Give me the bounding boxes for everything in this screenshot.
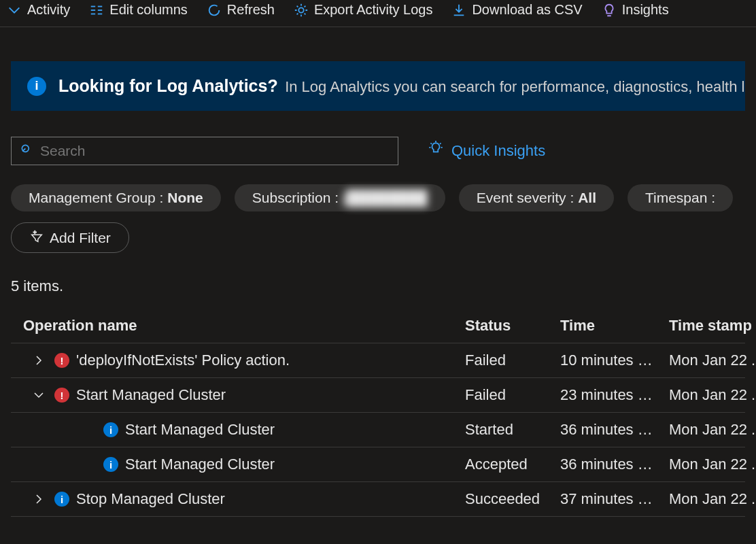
filter-timespan[interactable]: Timespan : (628, 184, 733, 211)
table-header-row: Operation name Status Time Time stamp (11, 309, 745, 343)
activity-table: Operation name Status Time Time stamp !'… (11, 309, 745, 517)
filter-label: Event severity : (477, 190, 578, 205)
command-bar: Activity Edit columns Refresh Export Act… (0, 0, 756, 27)
add-filter-label: Add Filter (50, 230, 111, 246)
edit-columns-label: Edit columns (109, 2, 188, 18)
banner-desc: In Log Analytics you can search for perf… (285, 78, 745, 95)
table-row[interactable]: iStop Managed ClusterSucceeded37 minutes… (11, 482, 745, 517)
error-icon: ! (54, 388, 69, 403)
filter-pills: Management Group : None Subscription : j… (11, 184, 745, 211)
search-box[interactable] (11, 137, 398, 165)
quick-insights-label: Quick Insights (451, 142, 545, 160)
status-cell: Failed (465, 352, 560, 369)
table-row[interactable]: iStart Managed ClusterAccepted36 minutes… (11, 447, 745, 482)
time-cell: 23 minutes … (560, 386, 669, 404)
svg-line-9 (22, 148, 25, 151)
operation-name: Stop Managed Cluster (76, 490, 225, 508)
gear-icon (294, 3, 309, 18)
info-icon: i (27, 77, 46, 96)
download-csv-button[interactable]: Download as CSV (451, 2, 582, 18)
add-filter-button[interactable]: Add Filter (11, 222, 129, 253)
status-cell: Succeeded (465, 490, 560, 508)
filter-label: Subscription : (252, 190, 343, 205)
columns-icon (89, 3, 104, 18)
col-timestamp[interactable]: Time stamp (669, 317, 756, 335)
filter-subscription[interactable]: Subscription : j████████ (235, 184, 445, 211)
refresh-label: Refresh (227, 2, 275, 18)
col-time[interactable]: Time (560, 317, 669, 335)
insights-bulb-icon (427, 140, 445, 162)
operation-name: Start Managed Cluster (125, 456, 275, 473)
banner-title: Looking for Log Analytics? (58, 76, 278, 95)
export-logs-button[interactable]: Export Activity Logs (294, 2, 433, 18)
chevron-right-icon[interactable] (30, 493, 48, 505)
time-cell: 36 minutes … (560, 456, 669, 473)
filter-label: Timespan : (645, 190, 715, 205)
timestamp-cell: Mon Jan 22 . (669, 421, 756, 439)
status-cell: Failed (465, 386, 560, 404)
timestamp-cell: Mon Jan 22 . (669, 456, 756, 473)
chevron-right-icon[interactable] (30, 354, 48, 367)
timestamp-cell: Mon Jan 22 . (669, 386, 756, 404)
time-cell: 37 minutes … (560, 490, 669, 508)
download-csv-label: Download as CSV (472, 2, 582, 18)
filter-management-group[interactable]: Management Group : None (11, 184, 221, 211)
operation-name: Start Managed Cluster (125, 421, 275, 439)
export-logs-label: Export Activity Logs (314, 2, 433, 18)
timestamp-cell: Mon Jan 22 . (669, 490, 756, 508)
table-row[interactable]: !Start Managed ClusterFailed23 minutes …… (11, 378, 745, 413)
chevron-down-icon[interactable] (30, 389, 48, 401)
time-cell: 36 minutes … (560, 421, 669, 439)
filter-event-severity[interactable]: Event severity : All (459, 184, 614, 211)
table-row[interactable]: iStart Managed ClusterStarted36 minutes … (11, 413, 745, 447)
refresh-button[interactable]: Refresh (207, 2, 275, 18)
add-filter-icon (29, 228, 44, 247)
status-cell: Accepted (465, 456, 560, 473)
info-icon: i (103, 422, 118, 437)
activity-label: Activity (27, 2, 70, 18)
filter-label: Management Group : (29, 190, 167, 205)
log-analytics-banner[interactable]: i Looking for Log Analytics? In Log Anal… (11, 61, 745, 111)
info-icon: i (54, 492, 69, 507)
svg-point-6 (298, 7, 303, 12)
timestamp-cell: Mon Jan 22 . (669, 352, 756, 369)
refresh-icon (207, 3, 222, 18)
activity-dropdown[interactable]: Activity (7, 2, 70, 18)
error-icon: ! (54, 353, 69, 368)
item-count: 5 items. (11, 277, 745, 295)
search-icon (20, 143, 33, 159)
operation-name: Start Managed Cluster (76, 386, 226, 404)
search-input[interactable] (40, 143, 390, 159)
search-row: Quick Insights (11, 137, 745, 165)
info-icon: i (103, 457, 118, 472)
table-row[interactable]: !'deployIfNotExists' Policy action.Faile… (11, 343, 745, 378)
operation-name: 'deployIfNotExists' Policy action. (76, 352, 290, 369)
filter-value: All (578, 190, 596, 205)
insights-label: Insights (622, 2, 669, 18)
download-icon (451, 3, 466, 18)
filter-value: j████████ (343, 190, 428, 205)
col-status[interactable]: Status (465, 317, 560, 335)
lightbulb-icon (602, 3, 617, 18)
edit-columns-button[interactable]: Edit columns (89, 2, 188, 18)
filter-value: None (167, 190, 203, 205)
time-cell: 10 minutes … (560, 352, 669, 369)
insights-button[interactable]: Insights (602, 2, 669, 18)
col-operation[interactable]: Operation name (23, 317, 465, 335)
chevron-down-icon (7, 3, 22, 18)
quick-insights-link[interactable]: Quick Insights (427, 140, 545, 162)
status-cell: Started (465, 421, 560, 439)
